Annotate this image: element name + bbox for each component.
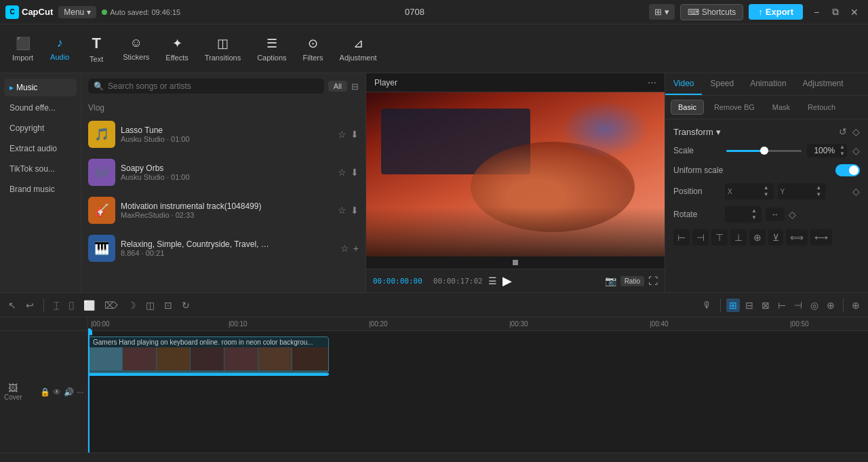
close-button[interactable]: ✕ (846, 4, 863, 20)
song-download-motivation[interactable]: ⬇ (351, 205, 359, 216)
rotate-input[interactable]: 0° (728, 210, 748, 219)
tl-split2-button[interactable]: ⌷ (66, 299, 77, 312)
timeline-scrollbar[interactable] (0, 453, 868, 462)
position-y-down[interactable]: ▼ (814, 191, 823, 198)
sidebar-item-extract-audio[interactable]: Extract audio (4, 140, 77, 157)
scale-slider[interactable] (726, 150, 802, 152)
toolbar-text[interactable]: T Text (79, 32, 113, 66)
position-keyframe-button[interactable]: ◇ (852, 186, 860, 197)
toolbar-stickers[interactable]: ☺ Stickers (116, 33, 156, 64)
tab-video[interactable]: Video (665, 73, 702, 95)
rotate-flip-button[interactable]: ↔ (766, 208, 785, 221)
track-lock-button[interactable]: 🔒 (40, 387, 50, 397)
song-favorite-soapy[interactable]: ☆ (338, 167, 347, 178)
restore-button[interactable]: ⧉ (827, 4, 844, 20)
minimize-button[interactable]: − (808, 4, 825, 20)
subtab-mask[interactable]: Mask (765, 100, 797, 115)
play-button[interactable]: ▶ (502, 273, 512, 288)
sidebar-item-brand-music[interactable]: Brand music (4, 180, 77, 198)
subtab-basic[interactable]: Basic (671, 100, 704, 115)
tl-delete-button[interactable]: ⌦ (102, 299, 121, 312)
sidebar-item-music[interactable]: Music (4, 79, 77, 96)
toolbar-audio[interactable]: ♪ Audio (43, 33, 77, 64)
tl-replace-button[interactable]: ⊣ (791, 299, 805, 312)
tl-group-button[interactable]: ◫ (143, 299, 157, 312)
tab-animation[interactable]: Animation (742, 73, 794, 95)
tl-ungroup-button[interactable]: ⊡ (161, 299, 175, 312)
toolbar-effects[interactable]: ✦ Effects (159, 33, 195, 64)
align-top-button[interactable]: ⊥ (730, 229, 747, 246)
player-menu-button[interactable]: ⋯ (648, 77, 656, 88)
tl-cursor-button[interactable]: ↖ (5, 299, 19, 312)
cover-button[interactable]: 🖼 Cover (4, 383, 22, 401)
transform-keyframe-button[interactable]: ◇ (852, 126, 860, 137)
rotate-keyframe-button[interactable]: ◇ (789, 209, 796, 220)
toolbar-captions[interactable]: ☰ Captions (250, 33, 293, 64)
shortcuts-button[interactable]: ⌨ Shortcuts (680, 4, 744, 20)
align-distribute-v[interactable]: ⟷ (810, 229, 832, 246)
toolbar-adjustment[interactable]: ⊿ Adjustment (333, 33, 384, 64)
tl-scene-button[interactable]: ⊢ (775, 299, 789, 312)
track-eye-button[interactable]: 👁 (53, 387, 61, 397)
tl-split-button[interactable]: ⌶ (51, 299, 62, 312)
song-item-motivation[interactable]: 🎸 Motivation instrumental track(1048499)… (81, 191, 366, 229)
timeline-view-button[interactable]: ☰ (488, 275, 497, 286)
align-right-button[interactable]: ⊤ (711, 229, 728, 246)
tl-speed-button[interactable]: ◎ (808, 299, 821, 312)
tab-speed[interactable]: Speed (702, 73, 742, 95)
tl-mic-button[interactable]: 🎙 (700, 299, 715, 312)
transform-reset-button[interactable]: ↺ (839, 126, 847, 137)
tl-trim-button[interactable]: ⬜ (81, 299, 98, 312)
song-item-lasso-tune[interactable]: 🎵 Lasso Tune Ausku Studio · 01:00 ☆ ⬇ (81, 115, 366, 153)
uniform-scale-toggle[interactable] (835, 164, 860, 176)
sidebar-item-tiktok[interactable]: TikTok sou... (4, 160, 77, 178)
tab-adjustment[interactable]: Adjustment (795, 73, 852, 95)
tl-link-button[interactable]: ⊟ (743, 299, 756, 312)
track-more-button[interactable]: ··· (77, 387, 83, 397)
align-bottom-button[interactable]: ⊻ (768, 229, 783, 246)
scale-up-button[interactable]: ▲ (837, 144, 847, 151)
fullscreen-button[interactable]: ⛶ (648, 275, 658, 286)
position-y-input[interactable]: 0 (787, 187, 811, 196)
transform-title[interactable]: Transform ▾ (673, 127, 721, 137)
position-x-input[interactable]: 0 (735, 187, 759, 196)
toolbar-filters[interactable]: ⊙ Filters (296, 33, 330, 64)
track-audio-button[interactable]: 🔊 (64, 387, 74, 397)
toolbar-import[interactable]: ⬛ Import (5, 33, 40, 64)
screenshot-button[interactable]: 📷 (605, 275, 616, 286)
filter-button[interactable]: ⊟ (351, 81, 359, 92)
align-center-v-button[interactable]: ⊕ (749, 229, 766, 246)
playhead-handle[interactable] (88, 328, 92, 335)
rotate-up[interactable]: ▲ (749, 208, 759, 214)
song-item-soapy-orbs[interactable]: 🎶 Soapy Orbs Ausku Studio · 01:00 ☆ ⬇ (81, 153, 366, 191)
tl-undo-button[interactable]: ↩ (23, 299, 37, 312)
song-favorite-motivation[interactable]: ☆ (338, 205, 347, 216)
align-distribute-h[interactable]: ⟺ (786, 229, 808, 246)
tl-beat-button[interactable]: ☽ (125, 299, 139, 312)
tl-snap-button[interactable]: ⊞ (726, 299, 740, 312)
position-x-down[interactable]: ▼ (762, 191, 771, 198)
align-center-h-button[interactable]: ⊣ (692, 229, 709, 246)
song-download-lasso[interactable]: ⬇ (351, 129, 359, 140)
scale-down-button[interactable]: ▼ (837, 151, 847, 157)
tl-more-button[interactable]: ⊕ (824, 299, 837, 312)
subtab-retouch[interactable]: Retouch (800, 100, 843, 115)
toolbar-transitions[interactable]: ◫ Transitions (198, 33, 248, 64)
song-download-soapy[interactable]: ⬇ (351, 167, 359, 178)
menu-button[interactable]: Menu ▾ (58, 6, 96, 18)
sidebar-item-sound-effects[interactable]: Sound effe... (4, 99, 77, 117)
tl-zoom-in-button[interactable]: ⊕ (849, 299, 863, 312)
ratio-button[interactable]: Ratio (620, 276, 644, 286)
tl-audio-sync-button[interactable]: ⊠ (759, 299, 772, 312)
position-y-up[interactable]: ▲ (814, 185, 823, 191)
rotate-down[interactable]: ▼ (749, 214, 759, 221)
grid-button[interactable]: ⊞ ▾ (649, 4, 675, 20)
scale-value-input[interactable] (807, 145, 837, 157)
export-button[interactable]: ↑ Export (749, 4, 803, 20)
position-x-up[interactable]: ▲ (762, 185, 771, 191)
video-clip[interactable]: Gamers Hand playing on keyboard online. … (88, 336, 329, 373)
align-left-button[interactable]: ⊢ (673, 229, 690, 246)
tl-rotate-button[interactable]: ↻ (179, 299, 193, 312)
song-add-relaxing[interactable]: + (353, 243, 359, 254)
all-filter-button[interactable]: All (328, 81, 347, 92)
